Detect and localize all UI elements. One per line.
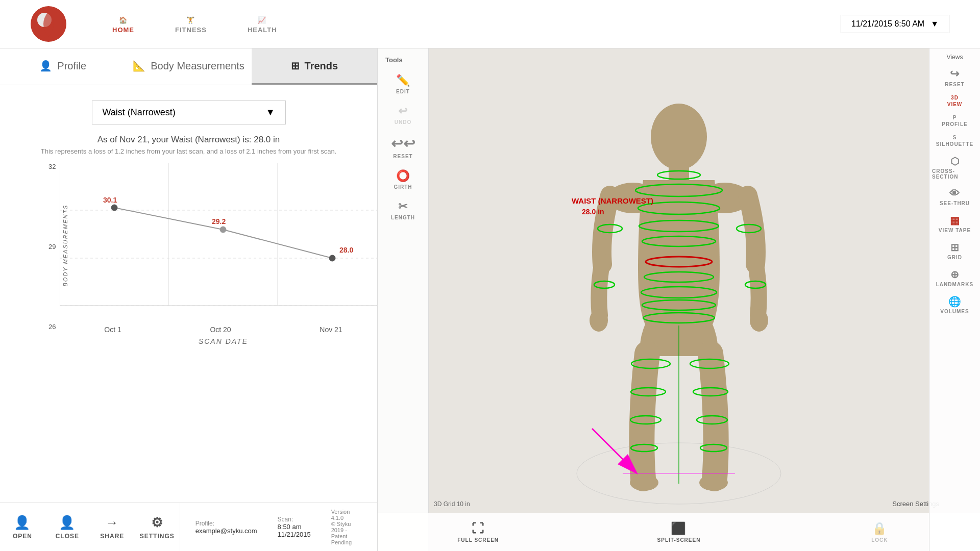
reset-icon: ↩↩ — [391, 135, 415, 152]
chart-container: BODY MEASUREMENTS 32 29 26 — [20, 163, 357, 346]
girth-tool[interactable]: ⭕ GIRTH — [378, 164, 428, 195]
measurement-info: As of Nov 21, your Waist (Narrowest) is:… — [15, 135, 362, 155]
view-landmarks[interactable]: ⊕ LANDMARKS — [929, 264, 980, 291]
nav-fitness[interactable]: 🏋 FITNESS — [160, 14, 222, 34]
view-profile[interactable]: P PROFILE — [929, 111, 980, 131]
profile-label: Profile: — [195, 520, 257, 527]
view-profile-icon: P — [953, 115, 957, 120]
x-label-nov21: Nov 21 — [320, 325, 342, 334]
main-area: 👤 Profile 📐 Body Measurements ⊞ Trends W… — [0, 48, 980, 551]
nav-health-label: HEALTH — [248, 26, 277, 34]
view-silhouette[interactable]: S SILHOUETTE — [929, 131, 980, 151]
view-landmarks-label: LANDMARKS — [936, 282, 973, 287]
landmarks-icon: ⊕ — [950, 268, 960, 281]
tab-profile[interactable]: 👤 Profile — [0, 48, 126, 85]
view-grid-label: GRID — [947, 255, 962, 260]
close-icon: 👤 — [59, 515, 76, 531]
view-see-thru[interactable]: 👁 SEE-THRU — [929, 184, 980, 210]
waist-value-text: 28.0 in — [582, 208, 604, 216]
version-info: Version 4.1.0 © Styku 2019 - Patent Pend… — [331, 509, 362, 545]
views-label: Views — [947, 54, 963, 61]
version-number: Version 4.1.0 — [331, 509, 352, 521]
settings-button[interactable]: ⚙ SETTINGS — [135, 515, 180, 540]
tab-body-measurements[interactable]: 📐 Body Measurements — [126, 48, 251, 85]
tab-trends[interactable]: ⊞ Trends — [252, 48, 377, 85]
date-dropdown[interactable]: 11/21/2015 8:50 AM ▼ — [841, 15, 949, 33]
dropdown-arrow-icon: ▼ — [930, 19, 939, 29]
view-see-thru-label: SEE-THRU — [940, 201, 970, 206]
health-icon: 📈 — [258, 16, 266, 24]
svg-rect-2 — [60, 163, 377, 306]
measurement-dropdown-label: Waist (Narrowest) — [103, 107, 176, 118]
length-tool-label: LENGTH — [391, 215, 415, 220]
undo-tool: ↩ UNDO — [378, 99, 428, 130]
girth-icon: ⭕ — [396, 169, 410, 183]
tab-bar: 👤 Profile 📐 Body Measurements ⊞ Trends — [0, 48, 377, 85]
view-cross-section[interactable]: ⬡ CROSS-SECTION — [929, 151, 980, 184]
3d-model-area: WAIST (NARROWEST) 28.0 in — [429, 48, 929, 551]
view-tape[interactable]: ▦ VIEW TAPE — [929, 210, 980, 237]
logo-area — [0, 6, 97, 42]
close-label: CLOSE — [56, 533, 79, 540]
view-3d-icon: 3D — [951, 95, 959, 101]
profile-value: example@styku.com — [195, 527, 257, 535]
copyright: © Styku 2019 - Patent Pending — [331, 521, 352, 545]
dropdown-chevron-icon: ▼ — [266, 107, 275, 118]
share-icon: → — [105, 515, 119, 531]
open-icon: 👤 — [14, 515, 31, 531]
close-button[interactable]: 👤 CLOSE — [45, 515, 90, 540]
lock-icon: 🔒 — [872, 521, 888, 536]
nav-home[interactable]: 🏠 HOME — [97, 14, 150, 34]
y-label-29: 29 — [48, 243, 56, 251]
body-measurements-tab-icon: 📐 — [133, 60, 145, 72]
svg-text:29.2: 29.2 — [212, 217, 226, 226]
x-axis-title: SCAN DATE — [60, 337, 377, 346]
grid-icon: ⊞ — [950, 241, 960, 254]
view-volumes-label: VOLUMES — [940, 309, 969, 314]
x-axis-labels: Oct 1 Oct 20 Nov 21 — [60, 325, 377, 334]
view-3d-label: VIEW — [947, 102, 963, 107]
waist-measurement-value: 28.0 in — [582, 208, 604, 216]
tools-panel: Tools ✏️ EDIT ↩ UNDO ↩↩ RESET ⭕ GIRTH ✂ … — [378, 48, 429, 551]
split-screen-label: SPLIT-SCREEN — [657, 537, 701, 543]
open-label: OPEN — [13, 533, 32, 540]
share-label: SHARE — [100, 533, 124, 540]
scan-info: Scan: 8:50 am 11/21/2015 — [278, 516, 311, 538]
x-label-oct20: Oct 20 — [210, 325, 231, 334]
tab-trends-label: Trends — [305, 60, 338, 72]
view-profile-label: PROFILE — [942, 121, 967, 127]
full-screen-button[interactable]: ⛶ FULL SCREEN — [378, 519, 578, 545]
svg-point-25 — [699, 474, 728, 491]
open-button[interactable]: 👤 OPEN — [0, 515, 45, 540]
view-reset-icon: ↪ — [950, 67, 960, 81]
settings-icon: ⚙ — [151, 515, 163, 531]
view-3d[interactable]: 3D VIEW — [929, 91, 980, 111]
x-axis-label: SCAN DATE — [199, 337, 248, 345]
tab-body-measurements-label: Body Measurements — [151, 60, 244, 72]
svg-line-50 — [592, 429, 628, 464]
trend-chart-svg: 30.1 29.2 28.0 — [60, 163, 377, 321]
scan-value: 8:50 am 11/21/2015 — [278, 523, 311, 538]
share-button[interactable]: → SHARE — [90, 515, 135, 540]
scan-label: Scan: — [278, 516, 311, 523]
svg-point-11 — [111, 205, 117, 211]
measurement-dropdown[interactable]: Waist (Narrowest) ▼ — [92, 101, 286, 124]
undo-tool-label: UNDO — [395, 119, 411, 125]
y-label-26: 26 — [48, 323, 56, 331]
reset-tool[interactable]: ↩↩ RESET — [378, 130, 428, 164]
view-reset[interactable]: ↪ RESET — [929, 63, 980, 91]
cross-section-icon: ⬡ — [950, 155, 960, 167]
bottom-tools-bar: ⛶ FULL SCREEN ⬛ SPLIT-SCREEN 🔒 LOCK — [378, 513, 980, 551]
full-screen-label: FULL SCREEN — [457, 537, 499, 543]
top-navigation: 🏠 HOME 🏋 FITNESS 📈 HEALTH 11/21/2015 8:5… — [0, 0, 980, 48]
svg-point-12 — [220, 227, 226, 233]
waist-label-text: WAIST (NARROWEST) — [572, 196, 653, 205]
length-tool[interactable]: ✂ LENGTH — [378, 195, 428, 226]
view-grid[interactable]: ⊞ GRID — [929, 237, 980, 264]
view-volumes[interactable]: 🌐 VOLUMES — [929, 291, 980, 318]
edit-tool[interactable]: ✏️ EDIT — [378, 69, 428, 99]
svg-point-23 — [750, 309, 768, 332]
nav-health[interactable]: 📈 HEALTH — [232, 14, 292, 34]
split-screen-button[interactable]: ⬛ SPLIT-SCREEN — [578, 519, 779, 545]
nav-fitness-label: FITNESS — [175, 26, 207, 34]
